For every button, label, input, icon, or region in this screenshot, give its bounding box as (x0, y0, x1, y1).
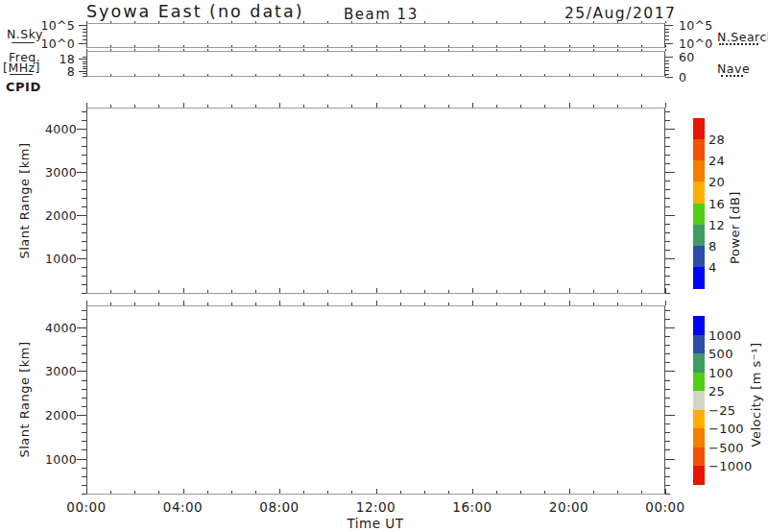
y-tick (665, 353, 670, 354)
x-tick (544, 74, 545, 76)
x-tick (134, 491, 135, 494)
x-tick (86, 74, 87, 76)
y-tick-label: 2000 (0, 408, 77, 423)
x-tick-label: 00:00 (66, 499, 106, 515)
y-tick (665, 67, 669, 68)
velocity-colorbar-title: Velocity [m s⁻¹] (749, 343, 763, 447)
colorbar-segment (693, 373, 705, 392)
x-tick (255, 21, 256, 23)
y-tick (665, 250, 670, 251)
x-tick (400, 49, 401, 51)
x-tick (569, 489, 570, 494)
y-tick (665, 389, 670, 390)
x-tick (303, 290, 304, 293)
x-tick (376, 288, 377, 293)
x-tick (351, 45, 352, 47)
power-panel (86, 108, 665, 294)
x-tick (110, 49, 111, 51)
x-tick-label: 00:00 (645, 499, 684, 515)
x-tick (641, 45, 642, 47)
x-tick (424, 45, 425, 47)
x-tick (376, 301, 377, 305)
y-tick (665, 146, 670, 147)
colorbar-segment (693, 267, 705, 289)
x-tick (207, 491, 208, 494)
x-tick (327, 302, 328, 305)
y-tick (82, 485, 86, 486)
colorbar-label: 12 (708, 217, 725, 231)
y-tick (82, 432, 86, 433)
x-tick (110, 491, 111, 494)
x-tick (207, 290, 208, 293)
y-tick (665, 215, 675, 216)
x-tick (231, 49, 232, 51)
y-tick (665, 189, 670, 190)
x-tick (255, 74, 256, 76)
x-tick (569, 74, 570, 76)
y-tick (665, 494, 670, 495)
colorbar-label: 1000 (708, 327, 741, 342)
y-tick (82, 181, 86, 181)
y-tick-label: 3000 (0, 364, 77, 378)
y-tick (82, 353, 86, 354)
x-tick (448, 45, 449, 47)
power-colorbar-title: Power [dB] (728, 191, 742, 264)
colorbar-segment (693, 204, 705, 226)
x-tick (207, 21, 208, 23)
y-tick (83, 39, 86, 40)
x-tick (183, 301, 184, 305)
y-tick (82, 449, 86, 450)
freq-panel (86, 51, 665, 77)
date-label: 25/Aug/2017 (564, 5, 676, 22)
x-tick (183, 45, 184, 47)
x-tick (641, 491, 642, 494)
x-tick (134, 74, 135, 76)
y-tick (82, 111, 86, 112)
x-tick (255, 491, 256, 494)
y-tick (665, 310, 670, 311)
x-tick (110, 74, 111, 76)
y-tick (82, 163, 86, 164)
x-tick (327, 21, 328, 23)
x-tick (593, 21, 594, 23)
x-tick (520, 49, 521, 51)
x-tick (520, 45, 521, 47)
colorbar-segment (693, 160, 705, 182)
x-tick (158, 491, 159, 494)
x-tick (472, 489, 473, 494)
x-tick (255, 49, 256, 51)
y-tick (83, 57, 86, 58)
y-tick (665, 155, 670, 156)
x-tick (134, 290, 135, 293)
y-tick (665, 345, 670, 346)
x-tick (376, 74, 377, 76)
y-tick (82, 406, 86, 407)
x-tick (569, 301, 570, 305)
x-tick (593, 302, 594, 305)
x-tick (279, 45, 280, 47)
power-panel-ylabel: Slant Range [km] (17, 143, 32, 259)
x-tick (327, 74, 328, 76)
y-tick (82, 250, 86, 251)
x-tick (134, 49, 135, 51)
colorbar-label: −25 (708, 402, 735, 417)
y-tick (665, 371, 675, 372)
x-tick (520, 290, 521, 293)
x-tick (448, 491, 449, 494)
y-tick (665, 63, 669, 64)
x-tick (110, 21, 111, 23)
x-tick (593, 290, 594, 293)
colorbar-label: −500 (708, 440, 744, 454)
y-tick (82, 276, 86, 277)
x-tick (400, 491, 401, 494)
y-tick (82, 137, 86, 138)
x-tick (641, 49, 642, 51)
x-tick (279, 49, 280, 51)
y-tick-label: 10^5 (679, 17, 713, 32)
y-tick-label: 8 (0, 63, 75, 78)
x-tick (400, 74, 401, 76)
x-tick (665, 103, 666, 108)
x-tick (520, 21, 521, 23)
y-tick (665, 485, 670, 486)
x-tick (496, 290, 497, 293)
